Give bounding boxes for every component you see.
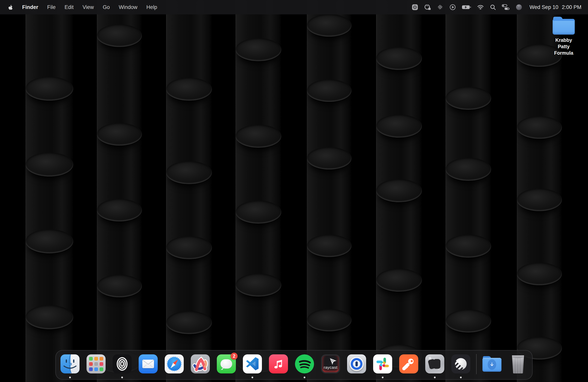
running-indicator <box>121 377 123 378</box>
cylinder-cap <box>25 77 73 101</box>
1password-icon <box>347 354 366 373</box>
slack-icon <box>373 354 392 373</box>
cylinder-cap <box>235 38 281 61</box>
dock-item-mail[interactable] <box>139 354 158 373</box>
cylinder-cap <box>307 147 352 170</box>
cylinder-cap <box>376 179 422 202</box>
dock: 2 <box>55 350 533 380</box>
dock-item-apple-music[interactable] <box>269 354 288 373</box>
running-indicator <box>252 377 253 378</box>
cylinder-cap <box>97 123 142 146</box>
menubar-time: 2:00 PM <box>562 4 581 10</box>
dock-item-cards-app[interactable] <box>425 354 444 373</box>
cylinder-cap <box>97 199 142 221</box>
concentric-circles-icon <box>113 354 132 373</box>
dock-item-1password[interactable] <box>347 354 366 373</box>
safari-icon <box>165 354 184 373</box>
cylinder-cap <box>166 311 212 334</box>
wallpaper-cylinder-column <box>235 0 281 382</box>
menu-file[interactable]: File <box>47 4 56 10</box>
cylinder-cap <box>376 47 422 70</box>
dock-item-slack[interactable] <box>373 354 392 373</box>
dock-item-vscode[interactable] <box>243 354 262 373</box>
cards-app-icon <box>425 354 444 373</box>
cylinder-cap <box>97 275 142 297</box>
menubar-clock[interactable]: Wed Sep 10 2:00 PM <box>529 4 581 10</box>
menu-bar: Finder File Edit View Go Window Help <box>0 0 588 14</box>
cylinder-cap <box>307 79 352 102</box>
running-indicator <box>460 377 462 378</box>
folder-icon <box>553 17 575 35</box>
folder-label: Krabby Patty Formula <box>549 37 578 56</box>
dock-item-safari[interactable] <box>165 354 184 373</box>
menu-edit[interactable]: Edit <box>64 4 74 10</box>
dock-item-postman[interactable] <box>399 354 418 373</box>
desktop-folder-krabby-patty-formula[interactable]: Krabby Patty Formula <box>549 17 578 56</box>
spotlight-search-icon[interactable] <box>490 3 496 11</box>
sphere-menu-icon[interactable] <box>515 3 523 11</box>
dock-item-trash[interactable] <box>508 354 527 373</box>
cylinder-cap <box>235 201 281 223</box>
trash-icon <box>508 354 527 373</box>
menu-window[interactable]: Window <box>119 4 137 10</box>
spotify-icon <box>295 354 314 373</box>
raycast-icon: raycast <box>321 354 340 373</box>
wallpaper-cylinder-column <box>25 0 73 382</box>
notification-badge: 2 <box>231 353 238 360</box>
dock-item-downloads[interactable] <box>483 354 502 373</box>
cursor-glyph <box>330 358 336 365</box>
dock-item-raycast[interactable]: raycast <box>321 354 340 373</box>
mail-icon <box>139 354 158 373</box>
menubar-date: Wed Sep 10 <box>529 4 558 10</box>
menu-go[interactable]: Go <box>103 4 110 10</box>
running-indicator <box>434 377 436 378</box>
wifi-icon[interactable] <box>477 3 484 11</box>
cylinder-cap <box>445 87 491 110</box>
wallpaper-cylinder-column <box>445 0 491 382</box>
cylinder-cap <box>307 14 352 37</box>
downloads-folder-icon <box>483 354 502 373</box>
wallpaper-cylinder-column <box>517 0 562 382</box>
cylinder-cap <box>445 158 491 181</box>
now-playing-menu-icon[interactable] <box>449 3 456 11</box>
running-indicator <box>382 377 384 378</box>
cylinder-cap <box>166 78 212 101</box>
wallpaper-cylinder-column <box>307 0 352 382</box>
cylinder-cap <box>25 152 73 176</box>
dock-item-concentric-circles-app[interactable] <box>113 354 132 373</box>
screen-lock-menu-icon[interactable] <box>424 3 431 11</box>
cylinder-cap <box>166 236 212 259</box>
wallpaper-cylinder-column <box>376 0 422 382</box>
control-center-icon[interactable] <box>502 3 510 11</box>
cylinder-cap <box>25 305 73 329</box>
striped-slash-menu-icon[interactable] <box>437 3 443 11</box>
menu-help[interactable]: Help <box>147 4 157 10</box>
wallpaper-cylinders <box>0 0 588 382</box>
wallpaper-cylinder-column <box>97 0 142 382</box>
cylinder-cap <box>307 309 352 331</box>
dock-item-launchpad[interactable] <box>86 354 105 373</box>
active-app-menu[interactable]: Finder <box>22 4 38 10</box>
cylinder-cap <box>445 309 491 332</box>
cylinder-cap <box>235 274 281 297</box>
linear-icon <box>451 354 470 373</box>
launchpad-icon <box>86 354 105 373</box>
cylinder-cap <box>235 125 281 148</box>
cylinder-cap <box>376 269 422 292</box>
dock-item-linear[interactable] <box>451 354 470 373</box>
dock-item-messages[interactable]: 2 <box>217 354 236 373</box>
cylinder-cap <box>517 116 562 139</box>
apple-music-icon <box>269 354 288 373</box>
running-indicator <box>69 377 71 378</box>
burst-menu-icon[interactable] <box>412 3 418 11</box>
dock-item-spotify[interactable] <box>295 354 314 373</box>
dock-item-arc-browser[interactable] <box>191 354 210 373</box>
cylinder-cap <box>445 234 491 257</box>
apple-menu-icon[interactable] <box>8 4 13 10</box>
raycast-label: raycast <box>324 365 337 370</box>
dock-item-finder[interactable] <box>61 354 80 373</box>
finder-icon <box>61 354 80 373</box>
cylinder-cap <box>517 263 562 285</box>
cylinder-cap <box>376 115 422 138</box>
menu-view[interactable]: View <box>83 4 94 10</box>
